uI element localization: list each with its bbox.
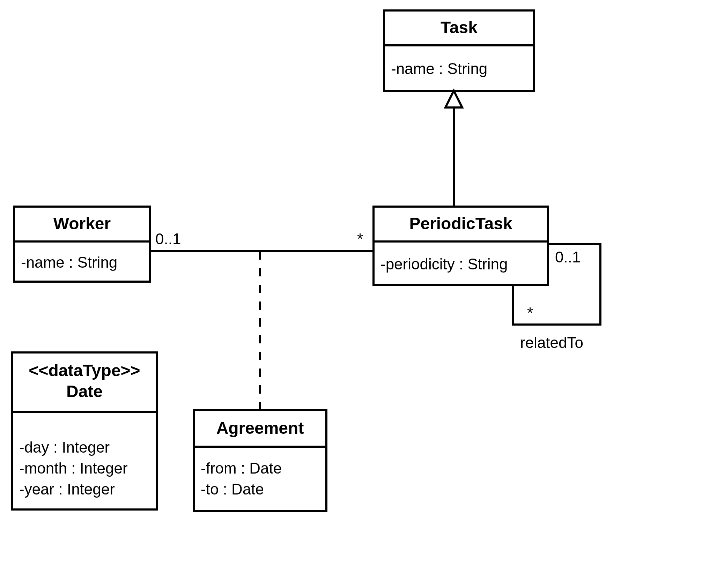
class-task-attr-0: -name : String — [391, 60, 487, 77]
mult-periodictask-side: * — [357, 230, 363, 247]
class-worker-name: Worker — [53, 214, 111, 233]
class-task-name: Task — [441, 18, 478, 37]
mult-self-bottom: * — [527, 304, 533, 321]
class-date-attr-2: -year : Integer — [19, 481, 115, 498]
mult-worker-side: 0..1 — [155, 230, 181, 247]
class-agreement: Agreement -from : Date -to : Date — [194, 410, 326, 511]
class-date-name: Date — [66, 382, 103, 401]
uml-diagram: Task -name : String Worker -name : Strin… — [0, 0, 717, 588]
class-task: Task -name : String — [384, 10, 534, 91]
class-agreement-attr-1: -to : Date — [201, 481, 264, 498]
generalization-periodictask-task — [445, 91, 462, 207]
class-worker-attr-0: -name : String — [21, 254, 117, 271]
svg-marker-3 — [445, 91, 462, 107]
class-date-stereotype: <<dataType>> — [29, 361, 140, 380]
class-agreement-attr-0: -from : Date — [201, 460, 282, 477]
assoc-worker-periodictask: 0..1 * — [150, 230, 374, 251]
class-agreement-name: Agreement — [216, 419, 304, 437]
class-periodictask: PeriodicTask -periodicity : String — [374, 207, 548, 285]
class-date: <<dataType>> Date -day : Integer -month … — [12, 352, 157, 509]
class-date-attr-1: -month : Integer — [19, 460, 128, 477]
assoc-self-name: relatedTo — [520, 334, 583, 351]
mult-self-top: 0..1 — [555, 248, 581, 266]
class-periodictask-attr-0: -periodicity : String — [380, 255, 508, 273]
class-periodictask-name: PeriodicTask — [409, 214, 512, 233]
class-worker: Worker -name : String — [14, 207, 150, 282]
class-date-attr-0: -day : Integer — [19, 439, 110, 456]
